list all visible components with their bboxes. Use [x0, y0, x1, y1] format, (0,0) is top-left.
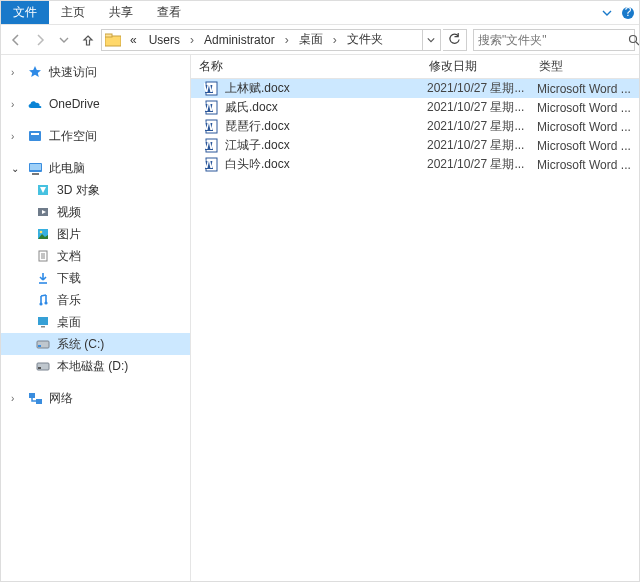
svg-point-22 — [44, 301, 47, 304]
breadcrumb[interactable]: 桌面 — [295, 31, 327, 48]
column-header-type[interactable]: 类型 — [531, 58, 639, 75]
sidebar-item-pc-child[interactable]: 音乐 — [1, 289, 190, 311]
sidebar-item-label: 图片 — [57, 226, 81, 243]
network-icon — [27, 390, 43, 406]
sidebar-item-network[interactable]: › 网络 — [1, 387, 190, 409]
file-type: Microsoft Word ... — [537, 101, 639, 115]
file-type: Microsoft Word ... — [537, 82, 639, 96]
search-input[interactable] — [478, 33, 628, 47]
breadcrumb[interactable]: Users — [145, 33, 184, 47]
drive-icon — [35, 204, 51, 220]
word-file-icon: W — [203, 157, 219, 173]
sidebar-item-onedrive[interactable]: › OneDrive — [1, 93, 190, 115]
file-row[interactable]: W白头吟.docx2021/10/27 星期...Microsoft Word … — [191, 155, 639, 174]
svg-text:W: W — [204, 138, 215, 152]
breadcrumb[interactable]: Administrator — [200, 33, 279, 47]
file-name: 琵琶行.docx — [225, 118, 427, 135]
sidebar-item-label: 系统 (C:) — [57, 336, 104, 353]
up-button[interactable] — [77, 29, 99, 51]
expand-icon: › — [11, 67, 21, 78]
sidebar-item-label: 视频 — [57, 204, 81, 221]
file-row[interactable]: W上林赋.docx2021/10/27 星期...Microsoft Word … — [191, 79, 639, 98]
address-history-button[interactable] — [422, 30, 438, 50]
svg-rect-9 — [30, 164, 41, 170]
search-box[interactable] — [473, 29, 635, 51]
expand-icon: › — [11, 99, 21, 110]
chevron-right-icon: › — [331, 33, 339, 47]
svg-line-5 — [636, 42, 639, 45]
file-name: 江城子.docx — [225, 137, 427, 154]
file-type: Microsoft Word ... — [537, 139, 639, 153]
sidebar-item-pc-child[interactable]: 文档 — [1, 245, 190, 267]
drive-icon — [35, 358, 51, 374]
ribbon-tab-home[interactable]: 主页 — [49, 1, 97, 24]
word-file-icon: W — [203, 138, 219, 154]
sidebar-item-label: 音乐 — [57, 292, 81, 309]
cloud-icon — [27, 96, 43, 112]
file-date: 2021/10/27 星期... — [427, 137, 537, 154]
file-name: 白头吟.docx — [225, 156, 427, 173]
ribbon-tab-file[interactable]: 文件 — [1, 1, 49, 24]
drive-icon — [35, 336, 51, 352]
svg-rect-23 — [38, 317, 48, 325]
sidebar-item-label: 3D 对象 — [57, 182, 100, 199]
file-type: Microsoft Word ... — [537, 120, 639, 134]
sidebar-item-label: 工作空间 — [49, 128, 97, 145]
file-row[interactable]: W琵琶行.docx2021/10/27 星期...Microsoft Word … — [191, 117, 639, 136]
word-file-icon: W — [203, 81, 219, 97]
expand-icon: › — [11, 131, 21, 142]
computer-icon — [27, 160, 43, 176]
forward-button[interactable] — [29, 29, 51, 51]
column-header-date[interactable]: 修改日期 — [421, 58, 531, 75]
sidebar-item-workspace[interactable]: › 工作空间 — [1, 125, 190, 147]
drive-icon — [35, 248, 51, 264]
file-row[interactable]: W戚氏.docx2021/10/27 星期...Microsoft Word .… — [191, 98, 639, 117]
drive-icon — [35, 270, 51, 286]
recent-locations-button[interactable] — [53, 29, 75, 51]
drive-icon — [35, 292, 51, 308]
svg-rect-3 — [105, 34, 112, 37]
sidebar-item-this-pc[interactable]: ⌄ 此电脑 — [1, 157, 190, 179]
sidebar-item-pc-child[interactable]: 本地磁盘 (D:) — [1, 355, 190, 377]
column-headers: 名称 修改日期 类型 — [191, 55, 639, 79]
address-bar[interactable]: « Users› Administrator› 桌面› 文件夹 — [101, 29, 441, 51]
svg-text:W: W — [204, 157, 215, 171]
svg-rect-28 — [38, 367, 41, 369]
column-header-name[interactable]: 名称 — [191, 58, 421, 75]
sidebar-item-pc-child[interactable]: 3D 对象 — [1, 179, 190, 201]
sidebar-item-label: 桌面 — [57, 314, 81, 331]
sidebar-item-label: 下载 — [57, 270, 81, 287]
ribbon-tab-share[interactable]: 共享 — [97, 1, 145, 24]
star-icon — [27, 64, 43, 80]
file-name: 戚氏.docx — [225, 99, 427, 116]
back-button[interactable] — [5, 29, 27, 51]
drive-icon — [35, 226, 51, 242]
svg-rect-10 — [32, 173, 39, 175]
svg-rect-29 — [29, 393, 35, 398]
collapse-icon: ⌄ — [11, 163, 21, 174]
sidebar-item-pc-child[interactable]: 系统 (C:) — [1, 333, 190, 355]
file-date: 2021/10/27 星期... — [427, 99, 537, 116]
navigation-pane: › 快速访问 › OneDrive › 工作空间 ⌄ 此电脑 — [1, 55, 191, 581]
help-icon[interactable]: ? — [617, 1, 639, 24]
svg-text:?: ? — [625, 6, 632, 19]
breadcrumb[interactable]: 文件夹 — [343, 31, 387, 48]
workspace-icon — [27, 128, 43, 144]
sidebar-item-pc-child[interactable]: 下载 — [1, 267, 190, 289]
search-icon[interactable] — [628, 34, 640, 46]
sidebar-item-pc-child[interactable]: 视频 — [1, 201, 190, 223]
svg-point-21 — [39, 302, 42, 305]
file-date: 2021/10/27 星期... — [427, 156, 537, 173]
sidebar-item-pc-child[interactable]: 图片 — [1, 223, 190, 245]
file-date: 2021/10/27 星期... — [427, 118, 537, 135]
sidebar-item-label: 本地磁盘 (D:) — [57, 358, 128, 375]
ribbon-tab-view[interactable]: 查看 — [145, 1, 193, 24]
refresh-button[interactable] — [443, 29, 467, 51]
sidebar-item-pc-child[interactable]: 桌面 — [1, 311, 190, 333]
ribbon-collapse-icon[interactable] — [597, 1, 617, 24]
breadcrumb[interactable]: « — [126, 33, 141, 47]
sidebar-item-label: 网络 — [49, 390, 73, 407]
file-row[interactable]: W江城子.docx2021/10/27 星期...Microsoft Word … — [191, 136, 639, 155]
sidebar-item-quick-access[interactable]: › 快速访问 — [1, 61, 190, 83]
svg-text:W: W — [204, 119, 215, 133]
